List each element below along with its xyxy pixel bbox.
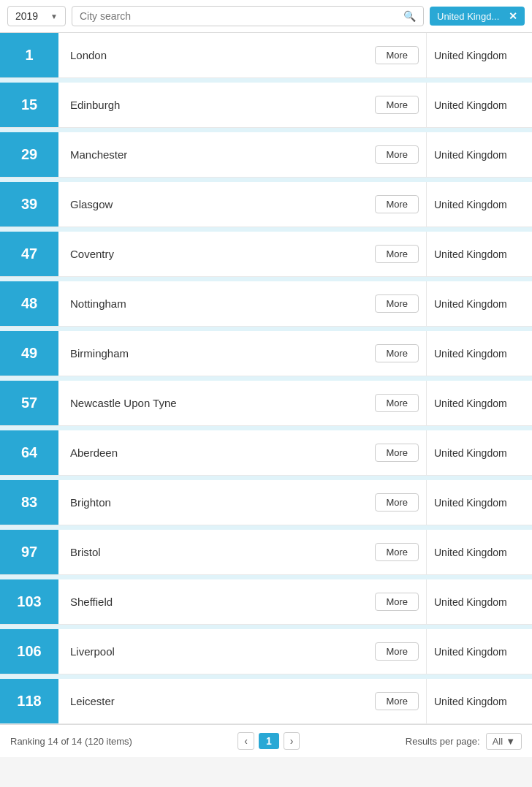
table-row: 103 Sheffield More United Kingdom [0, 579, 532, 625]
city-name-cell: Leicester [58, 679, 368, 723]
more-cell: More [368, 281, 426, 326]
more-button[interactable]: More [375, 195, 419, 213]
rank-cell: 1 [0, 33, 58, 77]
more-button[interactable]: More [375, 394, 419, 412]
rpp-chevron-icon: ▼ [506, 736, 515, 747]
rank-cell: 39 [0, 182, 58, 227]
country-filter-label: United Kingd... [437, 11, 499, 22]
city-name-cell: Liverpool [58, 629, 368, 674]
more-cell: More [368, 232, 426, 276]
year-label: 2019 [15, 10, 38, 22]
more-button[interactable]: More [375, 692, 419, 710]
table-row: 64 Aberdeen More United Kingdom [0, 430, 532, 476]
city-name-cell: Sheffield [58, 579, 368, 624]
city-name-cell: Aberdeen [58, 430, 368, 475]
more-button[interactable]: More [375, 294, 419, 313]
table-row: 83 Brighton More United Kingdom [0, 480, 532, 525]
country-cell: United Kingdom [426, 530, 532, 574]
search-icon: 🔍 [403, 10, 416, 22]
rank-cell: 64 [0, 430, 58, 475]
more-button[interactable]: More [375, 145, 419, 164]
rpp-select[interactable]: All ▼ [486, 733, 522, 750]
search-input[interactable] [80, 10, 403, 22]
city-name-cell: Newcastle Upon Tyne [58, 381, 368, 425]
more-cell: More [368, 381, 426, 425]
more-cell: More [368, 182, 426, 227]
more-cell: More [368, 480, 426, 525]
more-button[interactable]: More [375, 344, 419, 362]
results-per-page: Results per page: All ▼ [406, 733, 522, 750]
country-cell: United Kingdom [426, 381, 532, 425]
more-button[interactable]: More [375, 543, 419, 561]
country-cell: United Kingdom [426, 579, 532, 624]
more-button[interactable]: More [375, 493, 419, 512]
country-cell: United Kingdom [426, 480, 532, 525]
city-name-cell: Nottingham [58, 281, 368, 326]
rank-cell: 57 [0, 381, 58, 425]
city-name-cell: Manchester [58, 132, 368, 177]
more-cell: More [368, 679, 426, 723]
more-button[interactable]: More [375, 593, 419, 611]
city-name-cell: London [58, 33, 368, 77]
toolbar: 2019 ▼ 🔍 United Kingd... ✕ [0, 0, 532, 33]
next-page-button[interactable]: › [284, 732, 300, 750]
city-name-cell: Birmingham [58, 331, 368, 376]
more-cell: More [368, 132, 426, 177]
city-name-cell: Coventry [58, 232, 368, 276]
country-cell: United Kingdom [426, 132, 532, 177]
country-cell: United Kingdom [426, 83, 532, 127]
table-row: 106 Liverpool More United Kingdom [0, 629, 532, 674]
more-button[interactable]: More [375, 642, 419, 661]
table-row: 97 Bristol More United Kingdom [0, 530, 532, 575]
prev-page-button[interactable]: ‹ [238, 732, 254, 750]
rank-cell: 83 [0, 480, 58, 525]
country-filter: United Kingd... ✕ [430, 7, 525, 26]
more-cell: More [368, 83, 426, 127]
more-button[interactable]: More [375, 444, 419, 462]
rank-cell: 49 [0, 331, 58, 376]
country-cell: United Kingdom [426, 33, 532, 77]
country-cell: United Kingdom [426, 281, 532, 326]
rank-cell: 48 [0, 281, 58, 326]
country-cell: United Kingdom [426, 679, 532, 723]
city-name-cell: Edinburgh [58, 83, 368, 127]
table-row: 49 Birmingham More United Kingdom [0, 331, 532, 376]
more-button[interactable]: More [375, 245, 419, 263]
city-name-cell: Brighton [58, 480, 368, 525]
table-row: 47 Coventry More United Kingdom [0, 232, 532, 277]
more-cell: More [368, 430, 426, 475]
rpp-value: All [493, 736, 503, 747]
table-row: 118 Leicester More United Kingdom [0, 679, 532, 724]
table-row: 57 Newcastle Upon Tyne More United Kingd… [0, 381, 532, 426]
close-icon[interactable]: ✕ [509, 10, 517, 22]
more-button[interactable]: More [375, 96, 419, 114]
current-page: 1 [259, 733, 279, 749]
rank-cell: 29 [0, 132, 58, 177]
city-list: 1 London More United Kingdom 15 Edinburg… [0, 33, 532, 724]
more-cell: More [368, 331, 426, 376]
rank-cell: 106 [0, 629, 58, 674]
table-row: 39 Glasgow More United Kingdom [0, 182, 532, 227]
ranking-text: Ranking 14 of 14 (120 items) [10, 736, 132, 747]
country-cell: United Kingdom [426, 232, 532, 276]
country-cell: United Kingdom [426, 430, 532, 475]
rank-cell: 47 [0, 232, 58, 276]
more-cell: More [368, 530, 426, 574]
country-cell: United Kingdom [426, 331, 532, 376]
footer: Ranking 14 of 14 (120 items) ‹ 1 › Resul… [0, 724, 532, 757]
city-name-cell: Bristol [58, 530, 368, 574]
country-cell: United Kingdom [426, 182, 532, 227]
rank-cell: 118 [0, 679, 58, 723]
year-chevron-icon: ▼ [50, 12, 58, 20]
more-cell: More [368, 629, 426, 674]
more-button[interactable]: More [375, 46, 419, 64]
rank-cell: 15 [0, 83, 58, 127]
rpp-label: Results per page: [406, 736, 480, 747]
year-select[interactable]: 2019 ▼ [7, 6, 66, 26]
table-row: 29 Manchester More United Kingdom [0, 132, 532, 178]
city-name-cell: Glasgow [58, 182, 368, 227]
more-cell: More [368, 33, 426, 77]
search-box: 🔍 [72, 6, 424, 26]
more-cell: More [368, 579, 426, 624]
main-container: 2019 ▼ 🔍 United Kingd... ✕ 1 London More… [0, 0, 532, 757]
